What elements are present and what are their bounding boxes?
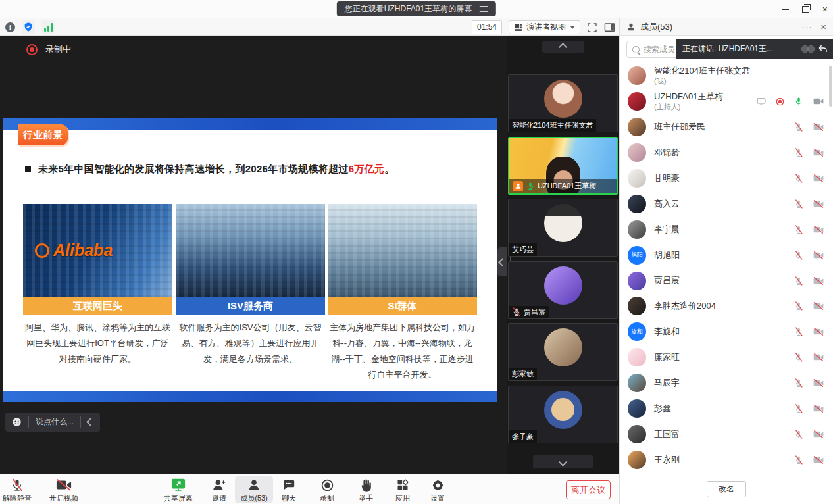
member-row[interactable]: 甘明豪: [620, 166, 833, 191]
members-button[interactable]: 成员(53): [234, 477, 274, 503]
mic-muted-icon[interactable]: [794, 225, 803, 234]
member-row[interactable]: 彭鑫: [620, 396, 833, 422]
panel-more-icon[interactable]: ···: [801, 22, 813, 32]
mic-muted-icon[interactable]: [794, 327, 803, 336]
camera-muted-icon[interactable]: [813, 379, 824, 387]
member-row[interactable]: UZHDFA01王草梅(主持人): [620, 89, 833, 114]
view-mode-dropdown[interactable]: 演讲者视图: [509, 20, 580, 34]
bullet-square-icon: [25, 166, 31, 172]
mic-muted-icon[interactable]: [794, 301, 803, 311]
camera-muted-icon[interactable]: [813, 405, 824, 413]
member-name-block: 邓锦龄: [654, 147, 680, 158]
emoji-icon[interactable]: [5, 416, 28, 428]
video-thumbnail[interactable]: 智能化2104班主任张文君: [508, 74, 618, 132]
settings-button[interactable]: 设置: [418, 477, 457, 503]
participant-name-label: 张子豪: [509, 430, 537, 443]
mic-muted-icon[interactable]: [794, 455, 803, 465]
slide-bottom-banner: [3, 391, 497, 402]
member-row[interactable]: 马辰宇: [620, 370, 833, 396]
meeting-info-icon[interactable]: i: [5, 22, 15, 32]
camera-muted-icon[interactable]: [813, 353, 824, 361]
member-list[interactable]: 智能化2104班主任张文君(我)UZHDFA01王草梅(主持人)班主任邵爱民邓锦…: [620, 63, 833, 474]
camera-muted-icon[interactable]: [813, 328, 824, 336]
member-row[interactable]: 贾昌宸: [620, 268, 833, 293]
minimize-icon[interactable]: [782, 9, 789, 10]
camera-muted-icon[interactable]: [813, 456, 824, 464]
chat-button[interactable]: 聊天: [269, 477, 309, 503]
security-shield-icon[interactable]: [22, 20, 35, 34]
participant-name-label: 艾巧芸: [509, 243, 537, 256]
mic-on-icon[interactable]: [794, 97, 803, 106]
mic-muted-icon[interactable]: [794, 404, 803, 413]
camera-muted-icon[interactable]: [813, 277, 824, 285]
camera-muted-icon[interactable]: [813, 200, 824, 208]
leave-meeting-button[interactable]: 离开会议: [566, 480, 611, 499]
member-row[interactable]: 王国富: [620, 421, 833, 447]
reaction-icon[interactable]: [806, 43, 817, 54]
camera-muted-icon[interactable]: [813, 123, 824, 131]
member-status-icons: [794, 353, 824, 362]
chat-input-placeholder[interactable]: 说点什么...: [28, 416, 80, 428]
member-status-icons: [794, 276, 824, 286]
camera-muted-icon[interactable]: [813, 251, 824, 259]
video-thumbnail[interactable]: 艾巧芸: [508, 199, 618, 257]
video-thumbnail[interactable]: UZHDFA01王草梅: [508, 137, 618, 195]
member-name: 彭鑫: [654, 403, 671, 414]
restore-icon[interactable]: [802, 6, 809, 13]
scrollbar-thumb[interactable]: [829, 66, 832, 107]
raise-hand-button[interactable]: 举手: [346, 477, 386, 503]
reply-arrow-icon[interactable]: [817, 44, 828, 53]
video-thumbnail[interactable]: 贾昌宸: [508, 261, 618, 319]
column-image-si: [328, 204, 477, 297]
member-row[interactable]: 智能化2104班主任张文君(我): [620, 63, 833, 89]
member-name: 马辰宇: [654, 378, 680, 388]
invite-button[interactable]: 邀请: [199, 477, 239, 503]
collapse-strip-handle[interactable]: [497, 247, 507, 276]
mic-muted-icon[interactable]: [794, 353, 803, 362]
rename-button[interactable]: 改名: [707, 481, 746, 497]
quick-chat-bar[interactable]: 说点什么...: [5, 413, 100, 432]
scroll-down-button[interactable]: [533, 455, 593, 468]
apps-button[interactable]: 应用: [383, 477, 422, 503]
mic-muted-icon[interactable]: [794, 122, 803, 132]
unmute-button[interactable]: 解除静音: [0, 477, 37, 503]
mic-muted-icon[interactable]: [794, 251, 803, 260]
mic-muted-icon[interactable]: [794, 276, 803, 286]
member-row[interactable]: 辜宇晨: [620, 216, 833, 242]
video-thumbnail[interactable]: 彭家敏: [508, 323, 618, 381]
record-button[interactable]: 录制: [307, 477, 347, 503]
start-video-button[interactable]: 开启视频: [44, 477, 84, 503]
mic-muted-icon[interactable]: [794, 430, 803, 439]
member-row[interactable]: 李胜杰造价2004: [620, 293, 833, 319]
side-panel-layout-icon[interactable]: [604, 22, 615, 32]
member-row[interactable]: 廉家旺: [620, 345, 833, 370]
mic-muted-icon[interactable]: [794, 148, 803, 157]
share-screen-button[interactable]: 共享屏幕: [159, 477, 198, 503]
member-row[interactable]: 高入云: [620, 191, 833, 216]
camera-muted-icon[interactable]: [813, 226, 824, 234]
close-icon[interactable]: ×: [822, 5, 828, 14]
member-panel-footer: 改名: [619, 474, 833, 504]
fullscreen-icon[interactable]: [587, 22, 597, 33]
menu-icon[interactable]: [480, 6, 488, 12]
collapse-chat-icon[interactable]: [80, 416, 100, 428]
member-row[interactable]: 旋和李旋和: [620, 319, 833, 345]
member-row[interactable]: 班主任邵爱民: [620, 114, 833, 140]
camera-status-icon[interactable]: [813, 97, 824, 105]
camera-muted-icon[interactable]: [813, 302, 824, 310]
member-row[interactable]: 王永刚: [620, 447, 833, 472]
panel-close-icon[interactable]: ×: [820, 21, 826, 32]
settings-gear-icon: [418, 477, 457, 493]
member-name: 胡旭阳: [654, 250, 680, 261]
member-row[interactable]: 邓锦龄: [620, 140, 833, 166]
mic-muted-icon[interactable]: [794, 199, 803, 209]
camera-muted-icon[interactable]: [813, 149, 824, 157]
mic-muted-icon[interactable]: [794, 174, 803, 183]
network-signal-icon[interactable]: [41, 20, 55, 34]
scroll-up-button[interactable]: [542, 41, 584, 53]
member-row[interactable]: 旭阳胡旭阳: [620, 242, 833, 268]
mic-muted-icon[interactable]: [794, 378, 803, 388]
video-thumbnail[interactable]: 张子豪: [508, 386, 618, 443]
camera-muted-icon[interactable]: [813, 430, 824, 438]
camera-muted-icon[interactable]: [813, 174, 824, 182]
